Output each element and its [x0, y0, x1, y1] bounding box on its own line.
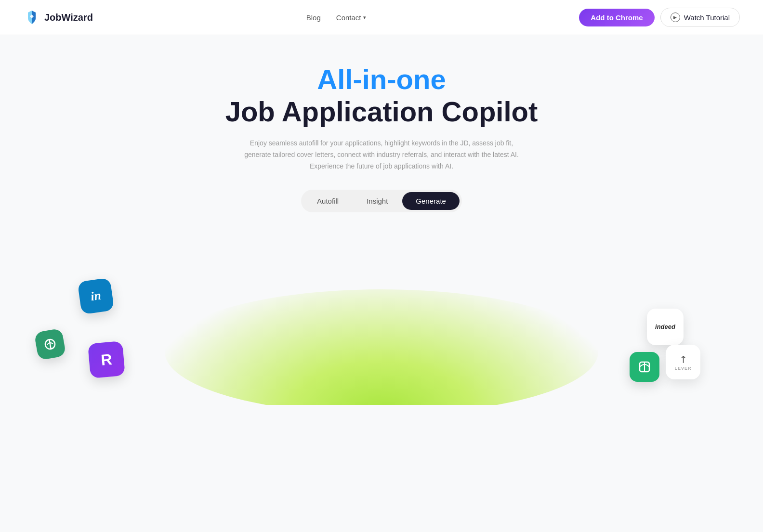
logo-icon [23, 9, 40, 26]
tab-insight[interactable]: Insight [353, 192, 401, 210]
linkedin-icon: in [78, 277, 115, 314]
rippling-icon: R [88, 341, 125, 378]
greenhouse-icon-left [34, 328, 66, 360]
play-icon: ▶ [671, 13, 680, 22]
hero-subtext: Enjoy seamless autofill for your applica… [237, 138, 526, 172]
bottom-visual: in R indeed ↗ LEVER [0, 241, 763, 405]
hero-headline-main: Job Application Copilot [10, 95, 753, 129]
logo-text: JobWizard [44, 12, 93, 23]
navbar: JobWizard Blog Contact ▾ Add to Chrome ▶… [0, 0, 763, 35]
indeed-icon: indeed [647, 309, 684, 345]
logo-area[interactable]: JobWizard [23, 9, 93, 26]
nav-actions: Add to Chrome ▶ Watch Tutorial [579, 8, 740, 27]
green-glow-bg [165, 289, 598, 405]
tabs-container: Autofill Insight Generate [10, 190, 753, 212]
nav-links: Blog Contact ▾ [306, 13, 366, 22]
greenhouse-icon-right [630, 352, 659, 382]
hero-headline-accent: All-in-one [10, 64, 753, 95]
nav-contact[interactable]: Contact ▾ [336, 13, 366, 22]
tabs-pill: Autofill Insight Generate [301, 190, 462, 212]
chevron-down-icon: ▾ [363, 14, 366, 21]
svg-line-1 [49, 339, 51, 349]
tab-generate[interactable]: Generate [402, 192, 460, 210]
nav-blog[interactable]: Blog [306, 13, 321, 22]
tab-autofill[interactable]: Autofill [303, 192, 352, 210]
hero-section: All-in-one Job Application Copilot Enjoy… [0, 35, 763, 222]
watch-tutorial-button[interactable]: ▶ Watch Tutorial [660, 8, 740, 27]
add-to-chrome-button[interactable]: Add to Chrome [579, 9, 654, 26]
lever-icon: ↗ LEVER [666, 345, 700, 379]
